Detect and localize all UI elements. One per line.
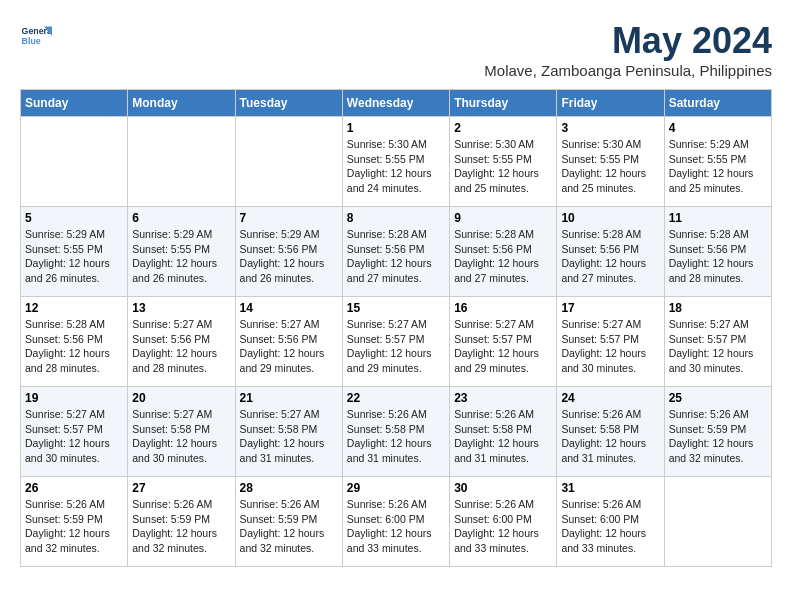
day-number: 1 <box>347 121 445 135</box>
calendar-row: 5Sunrise: 5:29 AM Sunset: 5:55 PM Daylig… <box>21 207 772 297</box>
calendar-row: 1Sunrise: 5:30 AM Sunset: 5:55 PM Daylig… <box>21 117 772 207</box>
day-number: 10 <box>561 211 659 225</box>
calendar-cell: 1Sunrise: 5:30 AM Sunset: 5:55 PM Daylig… <box>342 117 449 207</box>
day-number: 13 <box>132 301 230 315</box>
calendar-header-cell: Thursday <box>450 90 557 117</box>
calendar-header-cell: Sunday <box>21 90 128 117</box>
day-info: Sunrise: 5:29 AM Sunset: 5:55 PM Dayligh… <box>25 227 123 286</box>
calendar-cell: 8Sunrise: 5:28 AM Sunset: 5:56 PM Daylig… <box>342 207 449 297</box>
calendar-cell: 3Sunrise: 5:30 AM Sunset: 5:55 PM Daylig… <box>557 117 664 207</box>
day-number: 22 <box>347 391 445 405</box>
calendar-cell: 18Sunrise: 5:27 AM Sunset: 5:57 PM Dayli… <box>664 297 771 387</box>
day-info: Sunrise: 5:26 AM Sunset: 5:58 PM Dayligh… <box>347 407 445 466</box>
calendar-cell: 31Sunrise: 5:26 AM Sunset: 6:00 PM Dayli… <box>557 477 664 567</box>
day-info: Sunrise: 5:28 AM Sunset: 5:56 PM Dayligh… <box>669 227 767 286</box>
day-number: 27 <box>132 481 230 495</box>
day-info: Sunrise: 5:27 AM Sunset: 5:56 PM Dayligh… <box>240 317 338 376</box>
calendar-header-cell: Saturday <box>664 90 771 117</box>
calendar-header-cell: Friday <box>557 90 664 117</box>
day-info: Sunrise: 5:26 AM Sunset: 6:00 PM Dayligh… <box>347 497 445 556</box>
day-info: Sunrise: 5:26 AM Sunset: 5:59 PM Dayligh… <box>25 497 123 556</box>
day-info: Sunrise: 5:26 AM Sunset: 5:59 PM Dayligh… <box>240 497 338 556</box>
calendar-cell: 9Sunrise: 5:28 AM Sunset: 5:56 PM Daylig… <box>450 207 557 297</box>
day-number: 4 <box>669 121 767 135</box>
calendar-cell: 13Sunrise: 5:27 AM Sunset: 5:56 PM Dayli… <box>128 297 235 387</box>
day-info: Sunrise: 5:26 AM Sunset: 5:59 PM Dayligh… <box>669 407 767 466</box>
day-info: Sunrise: 5:29 AM Sunset: 5:56 PM Dayligh… <box>240 227 338 286</box>
calendar-cell: 4Sunrise: 5:29 AM Sunset: 5:55 PM Daylig… <box>664 117 771 207</box>
day-info: Sunrise: 5:27 AM Sunset: 5:57 PM Dayligh… <box>669 317 767 376</box>
day-info: Sunrise: 5:29 AM Sunset: 5:55 PM Dayligh… <box>669 137 767 196</box>
calendar-row: 12Sunrise: 5:28 AM Sunset: 5:56 PM Dayli… <box>21 297 772 387</box>
calendar-cell: 27Sunrise: 5:26 AM Sunset: 5:59 PM Dayli… <box>128 477 235 567</box>
day-number: 29 <box>347 481 445 495</box>
day-info: Sunrise: 5:28 AM Sunset: 5:56 PM Dayligh… <box>25 317 123 376</box>
calendar-cell: 10Sunrise: 5:28 AM Sunset: 5:56 PM Dayli… <box>557 207 664 297</box>
day-number: 8 <box>347 211 445 225</box>
day-info: Sunrise: 5:26 AM Sunset: 5:58 PM Dayligh… <box>561 407 659 466</box>
logo-icon: General Blue <box>20 20 52 52</box>
day-number: 7 <box>240 211 338 225</box>
calendar-cell: 29Sunrise: 5:26 AM Sunset: 6:00 PM Dayli… <box>342 477 449 567</box>
day-number: 21 <box>240 391 338 405</box>
day-info: Sunrise: 5:26 AM Sunset: 6:00 PM Dayligh… <box>454 497 552 556</box>
calendar-cell: 23Sunrise: 5:26 AM Sunset: 5:58 PM Dayli… <box>450 387 557 477</box>
day-info: Sunrise: 5:30 AM Sunset: 5:55 PM Dayligh… <box>561 137 659 196</box>
day-info: Sunrise: 5:26 AM Sunset: 5:58 PM Dayligh… <box>454 407 552 466</box>
day-info: Sunrise: 5:28 AM Sunset: 5:56 PM Dayligh… <box>347 227 445 286</box>
svg-text:Blue: Blue <box>22 36 41 46</box>
calendar-row: 26Sunrise: 5:26 AM Sunset: 5:59 PM Dayli… <box>21 477 772 567</box>
day-number: 14 <box>240 301 338 315</box>
calendar-cell: 7Sunrise: 5:29 AM Sunset: 5:56 PM Daylig… <box>235 207 342 297</box>
day-info: Sunrise: 5:28 AM Sunset: 5:56 PM Dayligh… <box>561 227 659 286</box>
calendar-cell: 16Sunrise: 5:27 AM Sunset: 5:57 PM Dayli… <box>450 297 557 387</box>
day-info: Sunrise: 5:27 AM Sunset: 5:57 PM Dayligh… <box>347 317 445 376</box>
calendar-header-cell: Monday <box>128 90 235 117</box>
day-number: 24 <box>561 391 659 405</box>
calendar-cell: 30Sunrise: 5:26 AM Sunset: 6:00 PM Dayli… <box>450 477 557 567</box>
calendar-cell: 11Sunrise: 5:28 AM Sunset: 5:56 PM Dayli… <box>664 207 771 297</box>
calendar-row: 19Sunrise: 5:27 AM Sunset: 5:57 PM Dayli… <box>21 387 772 477</box>
day-number: 30 <box>454 481 552 495</box>
day-number: 6 <box>132 211 230 225</box>
calendar-cell: 26Sunrise: 5:26 AM Sunset: 5:59 PM Dayli… <box>21 477 128 567</box>
calendar-cell <box>21 117 128 207</box>
calendar-cell: 17Sunrise: 5:27 AM Sunset: 5:57 PM Dayli… <box>557 297 664 387</box>
calendar-cell: 25Sunrise: 5:26 AM Sunset: 5:59 PM Dayli… <box>664 387 771 477</box>
day-info: Sunrise: 5:26 AM Sunset: 5:59 PM Dayligh… <box>132 497 230 556</box>
calendar-cell: 5Sunrise: 5:29 AM Sunset: 5:55 PM Daylig… <box>21 207 128 297</box>
calendar-header-row: SundayMondayTuesdayWednesdayThursdayFrid… <box>21 90 772 117</box>
day-number: 16 <box>454 301 552 315</box>
calendar-table: SundayMondayTuesdayWednesdayThursdayFrid… <box>20 89 772 567</box>
day-info: Sunrise: 5:27 AM Sunset: 5:56 PM Dayligh… <box>132 317 230 376</box>
calendar-cell: 21Sunrise: 5:27 AM Sunset: 5:58 PM Dayli… <box>235 387 342 477</box>
day-number: 19 <box>25 391 123 405</box>
day-number: 12 <box>25 301 123 315</box>
day-info: Sunrise: 5:29 AM Sunset: 5:55 PM Dayligh… <box>132 227 230 286</box>
day-number: 25 <box>669 391 767 405</box>
day-number: 11 <box>669 211 767 225</box>
day-info: Sunrise: 5:28 AM Sunset: 5:56 PM Dayligh… <box>454 227 552 286</box>
calendar-cell <box>235 117 342 207</box>
location-title: Molave, Zamboanga Peninsula, Philippines <box>484 62 772 79</box>
day-number: 18 <box>669 301 767 315</box>
month-title: May 2024 <box>484 20 772 62</box>
day-number: 23 <box>454 391 552 405</box>
day-info: Sunrise: 5:27 AM Sunset: 5:58 PM Dayligh… <box>132 407 230 466</box>
day-info: Sunrise: 5:27 AM Sunset: 5:58 PM Dayligh… <box>240 407 338 466</box>
calendar-cell: 28Sunrise: 5:26 AM Sunset: 5:59 PM Dayli… <box>235 477 342 567</box>
calendar-cell: 14Sunrise: 5:27 AM Sunset: 5:56 PM Dayli… <box>235 297 342 387</box>
calendar-cell: 19Sunrise: 5:27 AM Sunset: 5:57 PM Dayli… <box>21 387 128 477</box>
day-info: Sunrise: 5:26 AM Sunset: 6:00 PM Dayligh… <box>561 497 659 556</box>
calendar-header-cell: Tuesday <box>235 90 342 117</box>
day-number: 15 <box>347 301 445 315</box>
day-number: 31 <box>561 481 659 495</box>
calendar-cell: 2Sunrise: 5:30 AM Sunset: 5:55 PM Daylig… <box>450 117 557 207</box>
calendar-body: 1Sunrise: 5:30 AM Sunset: 5:55 PM Daylig… <box>21 117 772 567</box>
day-info: Sunrise: 5:27 AM Sunset: 5:57 PM Dayligh… <box>25 407 123 466</box>
calendar-cell: 24Sunrise: 5:26 AM Sunset: 5:58 PM Dayli… <box>557 387 664 477</box>
day-number: 26 <box>25 481 123 495</box>
day-info: Sunrise: 5:30 AM Sunset: 5:55 PM Dayligh… <box>347 137 445 196</box>
day-number: 3 <box>561 121 659 135</box>
day-number: 17 <box>561 301 659 315</box>
